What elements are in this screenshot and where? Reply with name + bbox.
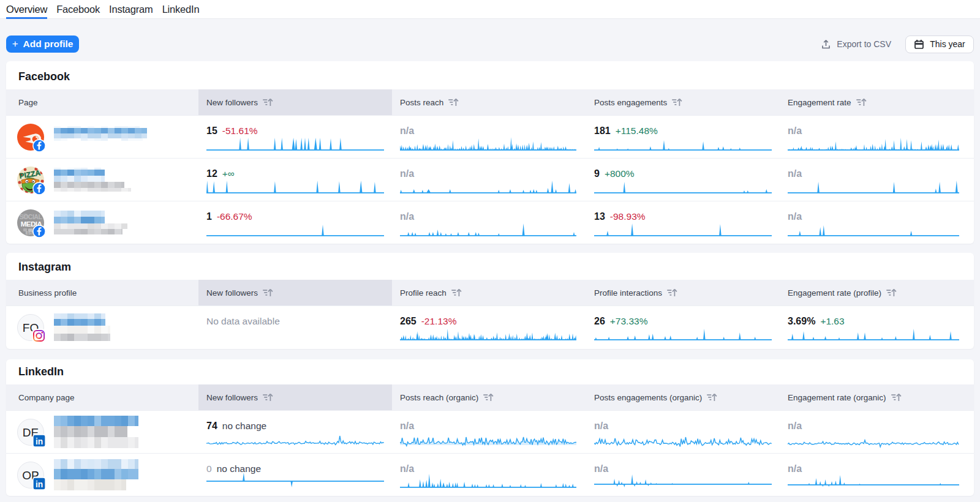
svg-text:SOCIAL: SOCIAL <box>20 212 43 220</box>
svg-text:in: in <box>36 479 43 489</box>
svg-text:in: in <box>36 436 43 446</box>
